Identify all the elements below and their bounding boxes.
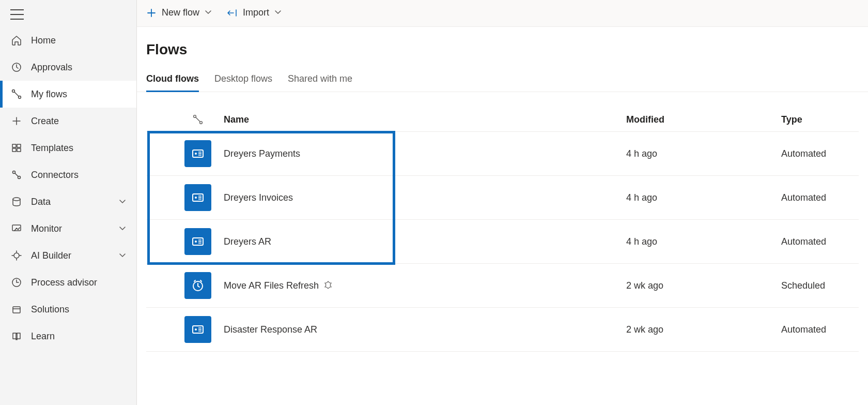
plus-icon: [146, 8, 157, 18]
svg-rect-6: [17, 148, 21, 152]
sidebar-item-label: Solutions: [31, 304, 69, 315]
chevron-down-icon: [119, 223, 126, 234]
column-name[interactable]: Name: [219, 114, 626, 125]
sidebar-item-connectors[interactable]: Connectors: [0, 161, 136, 188]
svg-rect-4: [17, 144, 21, 147]
chevron-down-icon: [119, 197, 126, 207]
flow-modified: 4 h ago: [626, 236, 657, 247]
flow-icon: [184, 184, 211, 211]
sidebar-item-monitor[interactable]: Monitor: [0, 215, 136, 242]
premium-icon: [324, 280, 332, 289]
flow-icon: [184, 228, 211, 255]
sidebar-item-label: Create: [31, 116, 59, 127]
new-flow-label: New flow: [162, 7, 199, 18]
flow-type: Automated: [781, 148, 826, 159]
sidebar-item-label: Approvals: [31, 62, 72, 73]
chevron-down-icon: [274, 7, 282, 18]
data-icon: [10, 196, 23, 208]
learn-icon: [10, 330, 23, 342]
sidebar-item-approvals[interactable]: Approvals: [0, 54, 136, 81]
sidebar: HomeApprovalsMy flowsCreateTemplatesConn…: [0, 0, 137, 405]
command-bar: New flow Import: [137, 0, 868, 27]
table-header: Name Modified Type: [146, 108, 859, 132]
approvals-icon: [10, 61, 23, 73]
sidebar-item-create[interactable]: Create: [0, 108, 136, 134]
flow-name[interactable]: Dreyers AR: [224, 236, 271, 247]
tab-shared[interactable]: Shared with me: [288, 68, 352, 92]
svg-rect-13: [13, 307, 20, 313]
home-icon: [10, 34, 23, 47]
flow-modified: 4 h ago: [626, 148, 657, 159]
flow-icon: [184, 140, 211, 167]
import-button[interactable]: Import: [226, 7, 282, 18]
column-type[interactable]: Type: [781, 114, 859, 125]
table-row[interactable]: Dreyers AR4 h agoAutomated: [146, 220, 859, 264]
svg-point-21: [195, 241, 197, 243]
sidebar-item-learn[interactable]: Learn: [0, 323, 136, 350]
flow-type: Automated: [781, 192, 826, 203]
flow-name[interactable]: Disaster Response AR: [224, 324, 317, 335]
flows-table: Name Modified Type Dreyers Payments4 h a…: [137, 92, 868, 352]
tab-cloud[interactable]: Cloud flows: [146, 68, 199, 92]
sidebar-item-templates[interactable]: Templates: [0, 134, 136, 161]
flow-type: Automated: [781, 236, 826, 247]
sidebar-item-label: My flows: [31, 89, 67, 100]
new-flow-button[interactable]: New flow: [146, 7, 212, 18]
processadvisor-icon: [10, 276, 23, 289]
flow-modified: 2 wk ago: [626, 324, 663, 335]
sidebar-item-data[interactable]: Data: [0, 188, 136, 215]
solutions-icon: [10, 303, 23, 316]
plus-icon: [10, 115, 23, 127]
sidebar-item-label: Home: [31, 35, 56, 46]
monitor-icon: [10, 222, 23, 235]
flow-type: Scheduled: [781, 280, 825, 291]
flow-name[interactable]: Move AR Files Refresh: [224, 280, 319, 291]
flow-modified: 2 wk ago: [626, 280, 663, 291]
svg-point-15: [200, 122, 203, 124]
flow-name[interactable]: Dreyers Invoices: [224, 192, 293, 203]
svg-rect-5: [12, 148, 16, 152]
flow-icon: [184, 316, 211, 343]
tab-desktop[interactable]: Desktop flows: [214, 68, 272, 92]
chevron-down-icon: [205, 7, 212, 18]
svg-point-11: [14, 253, 19, 258]
sidebar-item-home[interactable]: Home: [0, 27, 136, 54]
flow-type-icon-header: [177, 114, 219, 125]
hamburger-menu-icon[interactable]: [10, 9, 24, 20]
flow-icon: [184, 272, 211, 299]
flow-modified: 4 h ago: [626, 192, 657, 203]
sidebar-item-label: Learn: [31, 331, 55, 342]
sidebar-item-aibuilder[interactable]: AI Builder: [0, 242, 136, 269]
templates-icon: [10, 142, 23, 154]
table-row[interactable]: Disaster Response AR2 wk agoAutomated: [146, 308, 859, 352]
aibuilder-icon: [10, 249, 23, 262]
tabs: Cloud flowsDesktop flowsShared with me: [137, 63, 868, 92]
sidebar-item-label: Templates: [31, 143, 73, 154]
sidebar-item-label: Monitor: [31, 223, 62, 234]
connectors-icon: [10, 169, 23, 181]
chevron-down-icon: [119, 250, 126, 261]
svg-point-9: [13, 198, 20, 201]
sidebar-item-label: Process advisor: [31, 277, 97, 288]
svg-point-14: [194, 115, 196, 118]
sidebar-item-label: AI Builder: [31, 250, 71, 261]
flows-icon: [10, 88, 23, 100]
svg-point-19: [195, 197, 197, 199]
sidebar-item-processadvisor[interactable]: Process advisor: [0, 269, 136, 296]
sidebar-item-label: Data: [31, 197, 51, 207]
svg-point-24: [195, 328, 197, 331]
import-label: Import: [243, 7, 269, 18]
sidebar-item-myflows[interactable]: My flows: [0, 81, 136, 108]
main-content: New flow Import Flows Cloud flowsDesktop…: [137, 0, 868, 405]
sidebar-item-solutions[interactable]: Solutions: [0, 296, 136, 323]
column-modified[interactable]: Modified: [626, 114, 781, 125]
svg-rect-3: [12, 144, 16, 147]
table-row[interactable]: Dreyers Payments4 h agoAutomated: [146, 132, 859, 176]
table-row[interactable]: Dreyers Invoices4 h agoAutomated: [146, 176, 859, 220]
table-row[interactable]: Move AR Files Refresh2 wk agoScheduled: [146, 264, 859, 308]
flow-type: Automated: [781, 324, 826, 335]
flow-name[interactable]: Dreyers Payments: [224, 148, 300, 159]
page-title: Flows: [137, 27, 868, 63]
sidebar-item-label: Connectors: [31, 170, 79, 181]
import-icon: [226, 8, 238, 18]
